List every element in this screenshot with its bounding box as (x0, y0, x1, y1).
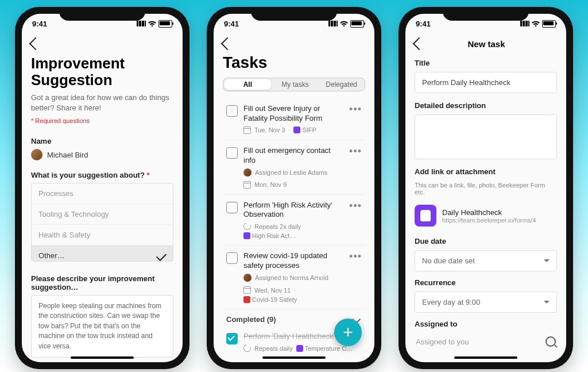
option-other[interactable]: Other… (32, 246, 173, 262)
calendar-icon (243, 181, 251, 189)
attachment-row[interactable]: Daily Healthcheck https://team.beekeeper… (415, 201, 557, 230)
page-title: Tasks (223, 54, 365, 72)
description-label: Detailed description (415, 101, 557, 110)
recurrence-label: Recurrence (415, 278, 557, 287)
attachment-helper: This can be a link, file, photo, Beekeep… (415, 182, 557, 195)
option-processes[interactable]: Processes (32, 183, 173, 204)
form-chip-icon (243, 296, 250, 303)
notch (443, 7, 529, 21)
notch (251, 7, 337, 21)
status-time: 9:41 (224, 20, 239, 28)
calendar-icon (243, 286, 251, 294)
calendar-icon (243, 126, 251, 134)
attachment-url: https://team.beekeeper.io/forms/4 (442, 217, 536, 224)
attachment-title: Daily Healthcheck (442, 208, 536, 217)
status-time: 9:41 (32, 20, 47, 28)
signal-icon (137, 21, 146, 26)
battery-icon (350, 20, 364, 28)
task-item[interactable]: Fill out Severe Injury or Fatality Possi… (223, 98, 365, 140)
title-label: Title (415, 59, 557, 67)
name-value: Michael Bird (47, 151, 88, 159)
name-label: Name (31, 137, 173, 145)
caret-down-icon (544, 301, 550, 304)
nav-title: New task (416, 39, 557, 49)
task-item[interactable]: Perform 'High Risk Activity' Observation… (223, 195, 365, 246)
checkbox[interactable] (226, 105, 238, 117)
wifi-icon (532, 21, 540, 27)
question-2-label: Please describe your improvement suggest… (31, 274, 173, 292)
home-indicator[interactable] (454, 356, 517, 359)
back-button[interactable] (29, 37, 42, 51)
attachment-label: Add link or attachment (415, 167, 557, 176)
required-note: * Required questions (31, 117, 173, 124)
home-indicator[interactable] (71, 356, 134, 359)
task-title: Review covid-19 updated safety processes (243, 251, 343, 271)
task-meta: Tue, Nov 3 · SIFP (243, 126, 343, 134)
repeat-icon (242, 221, 253, 232)
checkbox[interactable] (226, 202, 238, 213)
assigned-to-label: Assigned to (415, 320, 557, 328)
avatar-icon (243, 274, 252, 282)
assigned-to-input[interactable]: Assigned to you (415, 333, 557, 350)
form-chip-icon (243, 232, 250, 239)
task-item[interactable]: Review covid-19 updated safety processes… (223, 246, 365, 309)
home-indicator[interactable] (262, 356, 326, 359)
checkbox[interactable] (226, 252, 238, 264)
task-title: Fill out Severe Injury or Fatality Possi… (243, 104, 343, 124)
checkbox-checked[interactable] (226, 333, 238, 344)
due-date-label: Due date (415, 237, 557, 246)
tab-delegated[interactable]: Delegated (318, 78, 365, 91)
battery-icon (158, 20, 172, 28)
due-date-select[interactable]: No due date set (415, 250, 557, 271)
repeat-icon (242, 343, 253, 354)
task-filter-tabs: All My tasks Delegated (223, 78, 365, 91)
more-icon[interactable]: ••• (349, 146, 362, 189)
option-group: Processes Tooling & Technology Health & … (31, 183, 173, 262)
add-task-fab[interactable]: + (334, 319, 362, 346)
suggestion-textarea[interactable]: People keep stealing our machines from t… (31, 295, 173, 358)
task-meta: Assigned to Norma Arnold Wed, Nov 11 · C… (243, 274, 343, 303)
form-attachment-icon (415, 205, 436, 227)
tab-all[interactable]: All (225, 79, 271, 90)
wifi-icon (148, 21, 156, 27)
title-input[interactable]: Perform Daily Healthcheck (415, 72, 557, 93)
task-title: Perform 'High Risk Activity' Observation (243, 201, 343, 220)
page-subtitle: Got a great idea for how we can do thing… (31, 93, 173, 113)
form-chip-icon (296, 345, 303, 352)
signal-icon (520, 21, 529, 26)
battery-icon (542, 20, 556, 28)
task-item[interactable]: Fill out emergency contact info Assigned… (223, 140, 365, 195)
avatar-icon (31, 149, 42, 160)
tab-my-tasks[interactable]: My tasks (272, 78, 319, 91)
task-title: Fill out emergency contact info (243, 146, 343, 166)
search-icon (546, 336, 556, 347)
checkbox[interactable] (226, 147, 238, 159)
avatar-icon (243, 168, 252, 177)
page-title: ImprovementSuggestion (31, 55, 173, 88)
phone-new-task: 9:41 New task Title Perform Daily Health… (399, 7, 573, 369)
check-icon (156, 251, 167, 261)
back-button[interactable] (221, 37, 234, 51)
task-meta: Repeats 2x daily High Risk Act… (243, 223, 343, 239)
caret-down-icon (544, 259, 550, 262)
form-chip-icon (293, 126, 300, 133)
more-icon[interactable]: ••• (349, 251, 362, 303)
phone-form: 9:41 ImprovementSuggestion Got a great i… (15, 7, 189, 369)
question-1-label: What is your suggestion about? * (31, 171, 173, 179)
task-meta: Assigned to Leslie Adams Mon, Nov 9 (243, 168, 343, 189)
notch (59, 7, 145, 21)
more-icon[interactable]: ••• (349, 104, 362, 134)
option-tooling[interactable]: Tooling & Technology (32, 204, 173, 225)
signal-icon (328, 21, 338, 26)
status-time: 9:41 (416, 20, 431, 28)
name-value-row: Michael Bird (31, 149, 173, 160)
more-icon[interactable]: ••• (349, 201, 362, 240)
wifi-icon (340, 21, 348, 27)
phone-tasks: 9:41 Tasks All My tasks Delegated (207, 7, 381, 369)
recurrence-select[interactable]: Every day at 9:00 (415, 292, 557, 313)
option-health-safety[interactable]: Health & Safety (32, 225, 173, 246)
description-input[interactable] (415, 114, 557, 159)
